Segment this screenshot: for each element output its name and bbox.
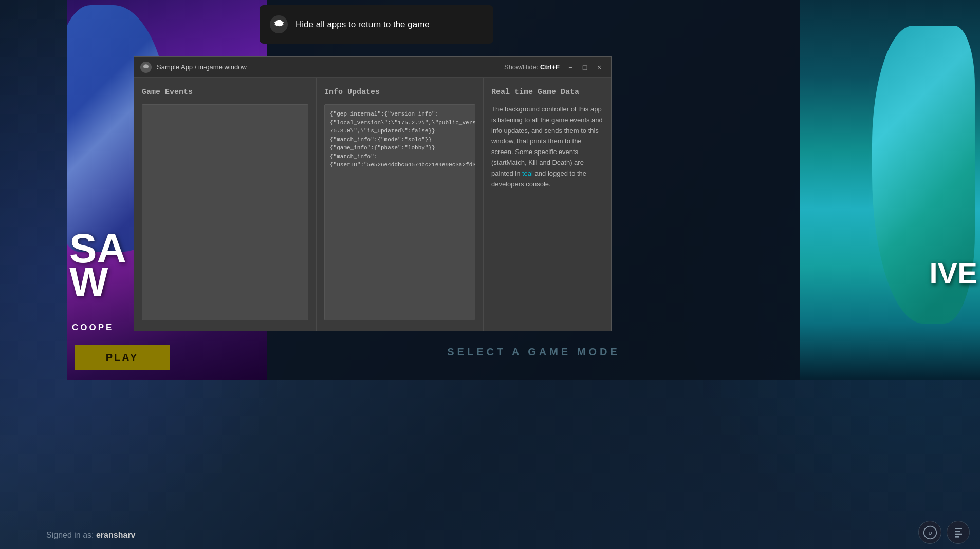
info-updates-title: Info Updates (324, 88, 475, 97)
select-game-mode-text: SELECT A GAME MODE (447, 346, 620, 358)
unreal-logo: U (918, 521, 941, 544)
tooltip-bar: Hide all apps to return to the game (260, 5, 493, 44)
log-line-3: {"match_info":{"mode":"solo"}} (330, 136, 470, 144)
signed-in-bar: Signed in as: eransharv (46, 531, 135, 540)
minimize-button[interactable]: − (565, 62, 576, 73)
wolf-svg (273, 19, 285, 30)
wolf-small-icon (142, 64, 150, 71)
teal-word[interactable]: teal (522, 169, 533, 177)
window-shortcut-label: Show/Hide: Ctrl+F (504, 63, 560, 71)
footer-logos: U (918, 521, 970, 544)
svg-rect-3 (955, 531, 960, 532)
log-line-1: {"gep_internal":{"version_info": (330, 110, 470, 119)
epic-icon (951, 525, 966, 540)
realtime-panel: Real time Game Data The background contr… (484, 78, 611, 331)
close-button[interactable]: × (594, 62, 605, 73)
tooltip-message: Hide all apps to return to the game (295, 20, 430, 30)
window-titlebar: Sample App / in-game window Show/Hide: C… (134, 57, 611, 78)
overwolf-icon (270, 15, 288, 33)
cooperate-label: COOPE (72, 323, 114, 333)
info-updates-log: {"gep_internal":{"version_info": {"local… (324, 104, 475, 320)
realtime-title: Real time Game Data (491, 88, 603, 97)
info-updates-panel: Info Updates {"gep_internal":{"version_i… (317, 78, 484, 331)
svg-text:U: U (928, 530, 932, 536)
unreal-icon: U (923, 525, 937, 540)
app-icon (140, 62, 152, 73)
log-line-5: {"match_info": (330, 153, 470, 161)
right-game-panel: IVE (800, 0, 980, 380)
desc-part1: The background controller of this app is… (491, 105, 603, 177)
signed-in-label: Signed in as: (46, 531, 94, 539)
right-ive-text: IVE (930, 256, 978, 290)
svg-rect-2 (955, 528, 962, 529)
left-w-text: W (69, 258, 108, 306)
log-line-6: {"userID":"5e526e4ddbc64574bc21e4e90c3a2… (330, 161, 470, 169)
realtime-description: The background controller of this app is… (491, 104, 603, 190)
svg-rect-4 (955, 533, 962, 535)
svg-rect-5 (955, 536, 959, 538)
maximize-button[interactable]: □ (579, 62, 590, 73)
log-line-2: {"local_version\":\"175.2.2\",\"public_v… (330, 119, 470, 136)
game-events-log (142, 104, 308, 320)
username: eransharv (96, 531, 136, 539)
game-events-panel: Game Events (134, 78, 317, 331)
shortcut-key: Ctrl+F (540, 63, 560, 71)
log-line-4: {"game_info":{"phase":"lobby"}} (330, 144, 470, 153)
ingame-window: Sample App / in-game window Show/Hide: C… (134, 56, 612, 331)
select-game-mode-area: SELECT A GAME MODE (267, 324, 800, 380)
game-events-title: Game Events (142, 88, 308, 97)
window-content: Game Events Info Updates {"gep_internal"… (134, 78, 611, 331)
window-controls: − □ × (565, 62, 605, 73)
play-button[interactable]: PLAY (75, 345, 170, 370)
window-title-text: Sample App / in-game window (157, 63, 499, 71)
epic-logo (947, 521, 970, 544)
